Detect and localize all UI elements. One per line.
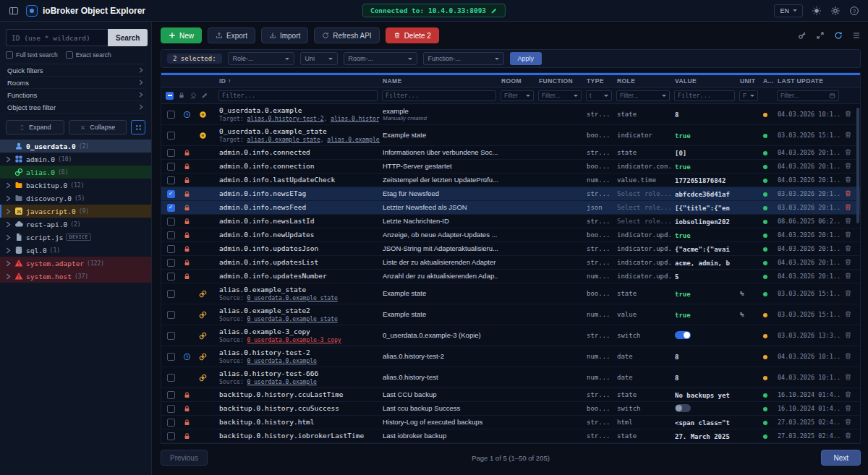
row-checkbox[interactable] [167,231,175,239]
row-checkbox[interactable] [167,273,175,281]
export-button[interactable]: Export [208,27,255,43]
row-checkbox[interactable] [167,204,175,212]
language-select[interactable]: EN [774,4,803,17]
tree-item-javascript.0[interactable]: JSjavascript.0(9) [0,205,151,218]
search-button[interactable]: Search [108,29,148,46]
row-checkbox[interactable] [167,149,175,157]
delete-row-icon[interactable] [844,272,852,280]
table-row[interactable]: backitup.0.history.htmlHistory-Log of ex… [161,416,860,429]
tree-item-alias.0[interactable]: alias.0(6) [0,166,151,179]
state-value[interactable]: <span class="t [675,419,730,427]
value-toggle[interactable] [675,404,691,412]
sidebar-section-functions[interactable]: Functions [6,89,145,101]
value-toggle[interactable] [675,331,691,339]
table-row[interactable]: admin.0.info.connectedInformationen über… [161,146,860,160]
help-icon[interactable]: ? [849,6,859,16]
delete-row-icon[interactable] [844,244,852,252]
row-checkbox[interactable] [167,311,175,319]
chevron-right-icon[interactable] [5,195,12,202]
exact-search-checkbox[interactable]: Exact search [66,51,111,59]
state-value[interactable]: true [675,312,691,319]
row-checkbox[interactable] [167,245,175,253]
state-value[interactable]: 27. March 2025 [675,433,730,440]
connection-status-badge[interactable]: Connected to: 10.4.0.33:8093 [362,4,506,17]
tree-item-system.adapter[interactable]: system.adapter(122) [0,257,151,270]
access-key-icon[interactable] [798,31,807,40]
state-value[interactable]: abfcdce36d41af [675,191,730,198]
column-header-room[interactable]: ROOM [498,77,536,85]
tree-item-discovery.0[interactable]: discovery.0(5) [0,192,151,205]
column-header-a[interactable]: A... [760,77,775,85]
table-row[interactable]: admin.0.info.updatesNumberAnzahl der zu … [161,270,860,283]
delete-row-icon[interactable] [844,110,852,118]
sidebar-toggle-icon[interactable] [9,6,19,16]
state-value[interactable]: iobsolingen202 [675,218,730,226]
tree-item-admin.0[interactable]: admin.0(10) [0,153,151,166]
id-filter-input[interactable] [218,90,378,101]
state-value[interactable]: true [675,291,691,298]
state-value[interactable]: 8 [675,354,678,361]
delete-row-icon[interactable] [844,176,852,184]
delete-row-icon[interactable] [844,352,852,360]
table-row[interactable]: admin.0.info.newsETagEtag für Newsfeedst… [161,187,860,201]
alias-target-link[interactable]: 0_userdata.0.example [247,358,317,364]
state-value[interactable]: true [675,232,691,239]
chevron-right-icon[interactable] [5,273,12,280]
table-row[interactable]: admin.0.info.updatesJsonJSON-String mit … [161,242,860,256]
row-checkbox[interactable] [167,111,175,119]
expand-all-button[interactable]: Expand [6,120,64,134]
state-value[interactable]: 8 [675,111,678,119]
role-assign-select[interactable]: Role-... [228,52,294,65]
column-header-unit[interactable]: UNIT [737,77,760,85]
table-row[interactable]: 0_userdata.0.example_stateTarget: alias.… [161,125,860,146]
edit-filter-icon[interactable] [201,92,208,99]
table-row[interactable]: backitup.0.history.ccuSuccessLast ccu ba… [161,402,860,416]
type-filter-select[interactable]: t [586,90,612,101]
state-value[interactable]: true [675,132,691,140]
delete-row-icon[interactable] [844,373,852,381]
unit-filter-select[interactable]: F [739,90,758,101]
state-value[interactable]: [{"title":{"en [675,205,730,212]
row-checkbox[interactable] [167,163,175,171]
alias-target-link[interactable]: alias.0.history-test-666 [331,116,380,122]
view-mode-button[interactable] [131,120,145,134]
state-value[interactable]: acme, admin, b [675,260,730,267]
state-value[interactable]: 8 [675,375,678,382]
lock-filter-icon[interactable] [178,92,185,99]
alias-target-link[interactable]: 0_userdata.0.example [247,379,317,385]
table-row[interactable]: 0_userdata.0.exampleTarget: alias.0.hist… [161,104,860,125]
chevron-right-icon[interactable] [5,234,12,241]
column-header-value[interactable]: VALUE [672,77,737,85]
alias-target-link[interactable]: alias.0.example_state2 [327,137,380,143]
row-checkbox[interactable] [167,332,175,340]
sidebar-section-rooms[interactable]: Rooms [6,77,145,89]
object-role[interactable]: Select role... [614,204,672,211]
name-filter-input[interactable] [382,90,496,101]
row-checkbox[interactable] [167,190,175,198]
state-value[interactable]: 5 [675,273,678,281]
column-header-type[interactable]: TYPE [584,77,614,85]
chevron-right-icon[interactable] [5,156,12,163]
table-row[interactable]: admin.0.info.connectionHTTP-Server gesta… [161,160,860,174]
fullscreen-icon[interactable] [816,31,825,40]
alias-target-link[interactable]: alias.0.history-test-2 [247,116,324,122]
sidebar-section-object-tree-filter[interactable]: Object tree filter [6,101,145,114]
column-header-role[interactable]: ROLE [614,77,672,85]
delete-row-icon[interactable] [844,217,852,225]
table-row[interactable]: alias.0.example-3_copySource: 0_userdata… [161,325,860,346]
object-role[interactable]: Select role... [614,218,672,225]
row-checkbox[interactable] [167,290,175,298]
state-value[interactable]: {"acme":{"avai [675,246,730,253]
row-checkbox[interactable] [167,218,175,226]
table-row[interactable]: alias.0.example_stateSource: 0_userdata.… [161,283,860,304]
delete-row-icon[interactable] [844,148,852,156]
delete-row-icon[interactable] [844,162,852,170]
chevron-right-icon[interactable] [5,247,12,254]
table-row[interactable]: admin.0.info.lastUpdateCheckZeitstempel … [161,174,860,187]
object-role[interactable]: Select role... [614,190,672,197]
state-value[interactable]: [0] [675,150,686,157]
columns-menu-icon[interactable] [852,31,861,40]
row-checkbox[interactable] [167,391,175,399]
row-checkbox[interactable] [167,132,175,140]
apply-button[interactable]: Apply [510,52,542,65]
